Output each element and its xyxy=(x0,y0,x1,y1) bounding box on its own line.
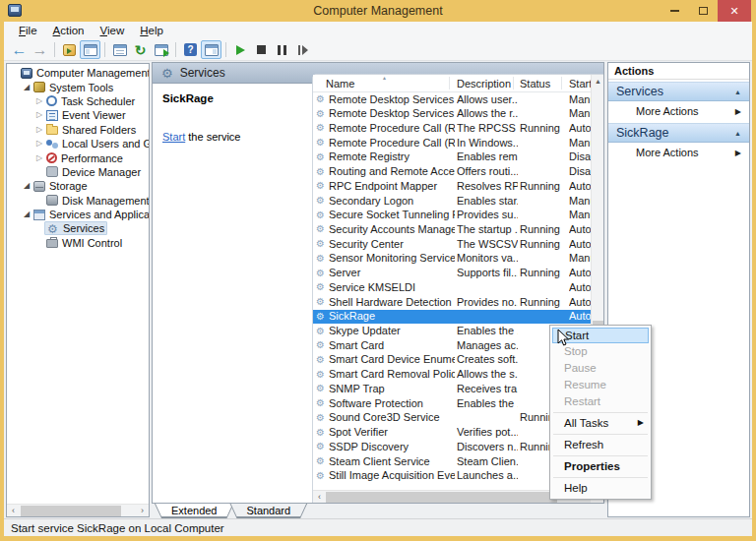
properties-button[interactable] xyxy=(109,40,130,59)
scroll-right-icon[interactable]: › xyxy=(136,505,149,517)
start-service-link[interactable]: Start xyxy=(162,131,185,143)
service-gear-icon: ⚙ xyxy=(316,397,325,409)
tree-item-device-manager[interactable]: Device Manager xyxy=(7,165,149,179)
tree-item-content: Services and Applications xyxy=(32,209,149,220)
tree-item-services[interactable]: Services xyxy=(7,221,149,235)
console-tree-button[interactable] xyxy=(80,40,100,59)
context-menu-all-tasks[interactable]: All Tasks▶ xyxy=(551,415,650,432)
service-row-rpc-endpoint-mapper[interactable]: ⚙RPC Endpoint MapperResolves RP...Runnin… xyxy=(313,179,591,194)
column-header-name[interactable]: Name xyxy=(326,78,354,90)
tree-item-task-scheduler[interactable]: ▷Task Scheduler xyxy=(7,94,149,108)
context-menu-properties[interactable]: Properties xyxy=(551,458,650,475)
services-panel: ⚙ Services SickRage Start the service Na… xyxy=(152,62,604,504)
tree-horizontal-scrollbar[interactable]: ‹ › xyxy=(7,504,149,516)
menu-help[interactable]: Help xyxy=(133,24,170,37)
status-text: Start service SickRage on Local Computer xyxy=(11,522,224,534)
minimize-button[interactable] xyxy=(661,0,689,22)
start-service-button[interactable] xyxy=(230,40,251,59)
scroll-left-icon[interactable]: ‹ xyxy=(7,505,20,517)
expand-icon[interactable]: ▷ xyxy=(34,125,44,135)
service-name: Remote Desktop Services xyxy=(329,93,455,105)
help-button[interactable]: ? xyxy=(180,40,201,59)
tree-item-services-and-applications[interactable]: ◢Services and Applications xyxy=(7,208,149,221)
expand-icon[interactable]: ▷ xyxy=(34,139,44,149)
service-row-remote-desktop-services-u[interactable]: ⚙Remote Desktop Services U...Allows the … xyxy=(313,107,591,122)
service-row-service-kmseldi[interactable]: ⚙Service KMSELDIAutor xyxy=(313,280,591,295)
service-row-security-center[interactable]: ⚙Security CenterThe WSCSV...RunningAutor xyxy=(313,237,591,252)
service-description: Enables the ... xyxy=(457,397,518,409)
more-actions-item[interactable]: More Actions▶ xyxy=(608,101,749,121)
menu-action[interactable]: Action xyxy=(46,24,92,37)
tree-item-wmi-control[interactable]: WMI Control xyxy=(7,236,149,250)
service-row-shell-hardware-detection[interactable]: ⚙Shell Hardware DetectionProvides no...R… xyxy=(313,295,591,310)
collapse-icon[interactable]: ◢ xyxy=(22,83,32,92)
scroll-up-icon[interactable]: ▲ xyxy=(592,75,604,88)
collapse-section-icon[interactable]: ▲ xyxy=(734,130,741,137)
menu-file[interactable]: File xyxy=(12,24,44,37)
menu-view[interactable]: View xyxy=(94,24,132,37)
window-title: Computer Management xyxy=(0,4,756,18)
tree-item-performance[interactable]: ▷Performance xyxy=(7,150,149,164)
service-name: SickRage xyxy=(329,310,455,322)
refresh-button[interactable]: ↻ xyxy=(130,40,151,59)
service-row-remote-procedure-call-rpc[interactable]: ⚙Remote Procedure Call (RPC)The RPCSS ..… xyxy=(313,121,591,136)
export-list-button[interactable] xyxy=(151,40,171,59)
actions-section-sickrage[interactable]: SickRage▲ xyxy=(608,123,749,143)
service-name: Steam Client Service xyxy=(329,455,455,467)
service-status: Running xyxy=(520,180,567,192)
collapse-section-icon[interactable]: ▲ xyxy=(734,89,741,95)
close-button[interactable]: ✕ xyxy=(718,0,751,22)
pause-service-button[interactable] xyxy=(272,40,292,59)
forward-button[interactable]: → xyxy=(30,40,50,59)
tab-extended[interactable]: Extended xyxy=(155,504,233,518)
expand-icon[interactable]: ▷ xyxy=(34,96,44,106)
context-menu-help[interactable]: Help xyxy=(551,480,650,497)
service-description: Enables rem... xyxy=(457,150,518,162)
tree-item-label: Shared Folders xyxy=(62,124,136,136)
collapse-icon[interactable]: ◢ xyxy=(22,181,32,191)
maximize-button[interactable] xyxy=(689,0,718,22)
stop-service-button[interactable] xyxy=(251,40,272,59)
actions-section-services[interactable]: Services▲ xyxy=(608,82,749,101)
up-level-button[interactable] xyxy=(59,40,80,59)
tree-item-local-users-and-groups[interactable]: ▷Local Users and Groups xyxy=(7,137,149,150)
service-gear-icon: ⚙ xyxy=(316,180,325,192)
scroll-thumb[interactable] xyxy=(326,492,557,503)
service-row-routing-and-remote-access[interactable]: ⚙Routing and Remote AccessOffers routi..… xyxy=(313,165,591,180)
service-row-remote-procedure-call-rp[interactable]: ⚙Remote Procedure Call (RP...In Windows.… xyxy=(313,136,591,150)
tree-item-event-viewer[interactable]: ▷Event Viewer xyxy=(7,108,149,122)
tab-label: Standard xyxy=(230,504,306,516)
expand-icon[interactable]: ▷ xyxy=(34,110,44,120)
scroll-thumb[interactable] xyxy=(21,506,121,516)
restart-service-button[interactable] xyxy=(292,40,313,59)
tree-item-shared-folders[interactable]: ▷Shared Folders xyxy=(7,123,149,137)
service-description: Manages ac... xyxy=(457,339,518,351)
toolbar-separator xyxy=(225,42,226,57)
column-header-description[interactable]: Description xyxy=(457,78,511,90)
tree-item-label: WMI Control xyxy=(62,237,122,249)
service-row-server[interactable]: ⚙ServerSupports fil...RunningAutor xyxy=(313,267,591,281)
service-row-secure-socket-tunneling-pr[interactable]: ⚙Secure Socket Tunneling Pr...Provides s… xyxy=(313,209,591,223)
service-row-security-accounts-manager[interactable]: ⚙Security Accounts ManagerThe startup ..… xyxy=(313,222,591,237)
service-row-remote-desktop-services[interactable]: ⚙Remote Desktop ServicesAllows user...Ma… xyxy=(313,92,591,107)
tree-item-disk-management[interactable]: Disk Management xyxy=(7,194,149,208)
tree-item-content: Device Manager xyxy=(44,166,143,178)
collapse-icon[interactable]: ◢ xyxy=(22,210,32,219)
scroll-left-icon[interactable]: ‹ xyxy=(313,491,326,504)
tree-item-storage[interactable]: ◢Storage xyxy=(7,179,149,193)
column-header-status[interactable]: Status xyxy=(520,78,550,90)
back-button[interactable]: ← xyxy=(9,40,30,59)
tree-item-system-tools[interactable]: ◢System Tools xyxy=(7,80,149,93)
tree-item-computer-management-local[interactable]: Computer Management (Local xyxy=(7,66,149,80)
tab-standard[interactable]: Standard xyxy=(229,504,307,518)
action-pane-button[interactable] xyxy=(201,40,221,59)
service-row-remote-registry[interactable]: ⚙Remote RegistryEnables rem...Disabl xyxy=(313,150,591,165)
service-row-sickrage[interactable]: ⚙SickRageAutor xyxy=(313,310,591,325)
service-name: Smart Card Device Enumera... xyxy=(329,353,455,365)
console-tree-icon xyxy=(84,44,97,56)
expand-icon[interactable]: ▷ xyxy=(34,153,44,163)
more-actions-item[interactable]: More Actions▶ xyxy=(608,143,749,162)
service-row-secondary-logon[interactable]: ⚙Secondary LogonEnables star...Manu xyxy=(313,194,591,209)
service-row-sensor-monitoring-service[interactable]: ⚙Sensor Monitoring ServiceMonitors va...… xyxy=(313,252,591,267)
context-menu-refresh[interactable]: Refresh xyxy=(551,437,650,453)
